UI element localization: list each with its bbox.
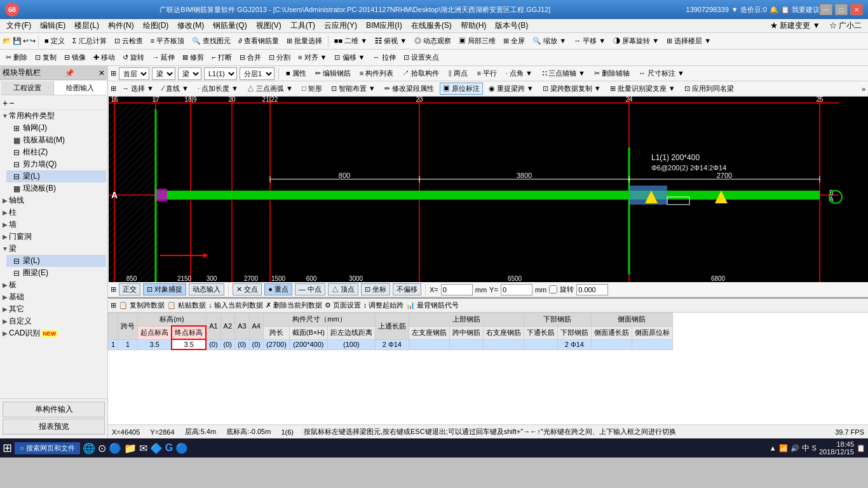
- cell-end-elev[interactable]: 3.5: [172, 339, 206, 349]
- calc-btn[interactable]: Σ 汇总计算: [69, 35, 110, 47]
- tree-axis-network[interactable]: ⊞ 轴网(J): [6, 122, 106, 134]
- pick-component-btn[interactable]: ↗ 拾取构件: [399, 67, 442, 79]
- delete-btn[interactable]: ✂ 删除: [3, 51, 31, 64]
- move-btn[interactable]: ✚ 移动: [90, 51, 118, 64]
- menu-floor[interactable]: 楼层(L): [71, 19, 103, 32]
- menu-online[interactable]: 在线服务(S): [407, 19, 456, 32]
- top-snap-btn[interactable]: △ 顶点: [328, 283, 358, 295]
- break-btn[interactable]: ⌐ 打断: [208, 51, 234, 64]
- menu-version[interactable]: 版本号(B): [491, 19, 532, 32]
- bell-icon[interactable]: 🔔: [770, 6, 778, 14]
- taskbar-app-blue[interactable]: 🔵: [175, 442, 188, 454]
- arc-btn[interactable]: △ 三点画弧 ▼: [244, 83, 296, 95]
- rotate-btn[interactable]: ↺ 旋转: [119, 51, 147, 64]
- table-row[interactable]: 1 1 3.5 3.5 (0) (0) (0) (0) (2700) (200*…: [109, 339, 673, 349]
- tree-shear-wall[interactable]: ⊟ 剪力墙(Q): [6, 158, 106, 170]
- minimize-button[interactable]: ─: [820, 4, 832, 15]
- extend-btn[interactable]: → 延伸: [149, 51, 178, 64]
- project-settings-tab[interactable]: 工程设置: [1, 81, 54, 95]
- tree-beam[interactable]: ⊟ 梁(L): [6, 170, 106, 182]
- taskbar-app-mail[interactable]: ✉: [139, 442, 147, 454]
- minus-icon[interactable]: −: [9, 98, 14, 108]
- level-select[interactable]: L1(1): [204, 67, 237, 80]
- floor-select[interactable]: 首层: [119, 67, 149, 80]
- smart-place-btn[interactable]: ⊡ 智能布置 ▼: [328, 83, 379, 95]
- re-extract-span-btn[interactable]: ◉ 重提梁跨 ▼: [485, 83, 537, 95]
- pan-btn[interactable]: ↔ 平移 ▼: [571, 35, 609, 47]
- zoom-btn[interactable]: 🔍 缩放 ▼: [529, 35, 569, 47]
- align-btn[interactable]: ≡ 对齐 ▼: [295, 51, 330, 64]
- start-button[interactable]: ⊞: [3, 441, 12, 455]
- select-tool-btn[interactable]: → 选择 ▼: [119, 83, 157, 95]
- volume-icon[interactable]: 🔊: [790, 444, 799, 452]
- fullscreen-btn[interactable]: ⊞ 全屏: [500, 35, 528, 47]
- trim-btn[interactable]: ⊠ 修剪: [179, 51, 207, 64]
- add-icon[interactable]: +: [3, 98, 8, 108]
- page-settings-btn[interactable]: ⚙ 页面设置: [325, 301, 361, 310]
- menu-modify[interactable]: 修改(M): [173, 19, 208, 32]
- find-element-btn[interactable]: 🔍 查找图元: [189, 35, 234, 47]
- tree-custom[interactable]: ▶ 自定义: [1, 315, 106, 327]
- delete-current-col-btn[interactable]: ✗ 删除当前列数据: [266, 301, 322, 310]
- taskbar-app-folder[interactable]: 📁: [124, 442, 137, 454]
- y-input[interactable]: [501, 284, 532, 295]
- line-tool-btn[interactable]: ∕ 直线 ▼: [159, 83, 192, 95]
- offset-btn[interactable]: ⊡ 偏移 ▼: [331, 51, 368, 64]
- define-btn[interactable]: ■ 定义: [41, 35, 68, 47]
- tree-col[interactable]: ▶ 柱: [1, 207, 106, 219]
- top-view-btn[interactable]: ☷ 俯视 ▼: [372, 35, 410, 47]
- company-btn[interactable]: ☆ 广小二: [825, 19, 865, 32]
- view-rebar-btn[interactable]: ∂ 查看钢筋量: [235, 35, 282, 47]
- orthogonal-btn[interactable]: 正交: [119, 283, 140, 295]
- menu-edit[interactable]: 编辑(E): [36, 19, 69, 32]
- tree-other[interactable]: ▶ 其它: [1, 303, 106, 315]
- tree-foundation[interactable]: ▶ 基础: [1, 291, 106, 303]
- menu-bim[interactable]: BIM应用(I): [362, 19, 406, 32]
- tree-raft-foundation[interactable]: ▦ 筏板基础(M): [6, 134, 106, 146]
- toolbar-save[interactable]: 💾: [13, 37, 22, 45]
- tree-door-window[interactable]: ▶ 门窗洞: [1, 231, 106, 243]
- no-offset-btn[interactable]: 不偏移: [393, 283, 421, 295]
- section-select[interactable]: 分层1: [240, 67, 275, 80]
- network-icon[interactable]: 📶: [779, 444, 788, 452]
- point-angle-btn[interactable]: · 点角 ▼: [503, 67, 536, 79]
- copy-btn[interactable]: ⊡ 复制: [32, 51, 60, 64]
- lang-icon[interactable]: 中: [802, 443, 810, 454]
- taskbar-app-browser[interactable]: 🌐: [83, 442, 95, 454]
- batch-identify-btn[interactable]: ⊞ 批量识别梁支座 ▼: [607, 83, 679, 95]
- menu-component[interactable]: 构件(N): [104, 19, 138, 32]
- taskbar-app-edge[interactable]: 🔷: [150, 442, 163, 454]
- split-btn[interactable]: ⊡ 分割: [266, 51, 294, 64]
- antivirus-icon[interactable]: S: [812, 444, 817, 452]
- tree-wall[interactable]: ▶ 墙: [1, 219, 106, 231]
- draw-canvas[interactable]: 800 3800 2700 850 2150 300 2700 1500 600…: [108, 97, 868, 282]
- paste-span-btn[interactable]: 📋 粘贴数据: [167, 301, 206, 310]
- edit-rebar-btn[interactable]: ✏ 编辑钢筋: [312, 67, 354, 79]
- rect-btn[interactable]: □ 矩形: [299, 83, 325, 95]
- 2d-view-btn[interactable]: ■■ 二维 ▼: [331, 35, 370, 47]
- drawing-input-tab[interactable]: 绘图输入: [54, 81, 106, 95]
- local-3d-btn[interactable]: ▣ 局部三维: [456, 35, 499, 47]
- x-input[interactable]: [441, 284, 473, 295]
- sidebar-close-icon[interactable]: ✕: [98, 69, 105, 78]
- close-button[interactable]: ✕: [850, 4, 863, 15]
- single-component-btn[interactable]: 单构件输入: [3, 402, 105, 417]
- tree-slab-group[interactable]: ▶ 板: [1, 279, 106, 291]
- new-change-btn[interactable]: ★ 新建变更 ▼: [766, 19, 824, 32]
- orig-annotation-btn[interactable]: ▣ 原位标注: [440, 83, 483, 95]
- menu-rebar[interactable]: 钢筋量(Q): [209, 19, 250, 32]
- rotate-checkbox[interactable]: [549, 285, 557, 294]
- menu-draw[interactable]: 绘图(D): [139, 19, 173, 32]
- menu-file[interactable]: 文件(F): [3, 19, 35, 32]
- grip-btn[interactable]: ⊡ 设置夹点: [400, 51, 442, 64]
- point-len-btn[interactable]: · 点加长度 ▼: [194, 83, 241, 95]
- rotate-screen-btn[interactable]: ◑ 屏幕旋转 ▼: [610, 35, 662, 47]
- comp-type-select[interactable]: 梁: [152, 67, 175, 80]
- menu-help[interactable]: 帮助(H): [457, 19, 491, 32]
- menu-view[interactable]: 视图(V): [252, 19, 285, 32]
- cloud-check-btn[interactable]: ⊡ 云检查: [111, 35, 146, 47]
- three-point-axis-btn[interactable]: ∷ 三点辅轴 ▼: [538, 67, 588, 79]
- select-floor-btn[interactable]: ⊞ 选择楼层 ▼: [663, 35, 714, 47]
- center-snap-btn[interactable]: — 中点: [295, 283, 325, 295]
- delete-axis-btn[interactable]: ✂ 删除辅轴: [591, 67, 633, 79]
